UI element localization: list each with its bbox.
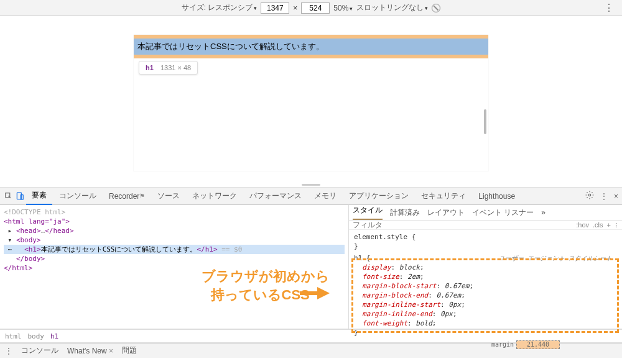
throttling-dropdown[interactable]: スロットリングなし	[356, 2, 428, 13]
subtab-styles[interactable]: スタイル	[353, 205, 383, 220]
device-toolbar: サイズ: レスポンシブ × 50% スロットリングなし ⋮	[0, 0, 622, 16]
dom-h1-line[interactable]: ⋯ <h1>本記事ではリセットCSSについて解説しています。</h1> == $…	[4, 245, 345, 254]
styles-filter-input[interactable]	[353, 221, 576, 229]
drawer-issues-tab[interactable]: 問題	[122, 345, 137, 356]
subtab-computed[interactable]: 計算済み	[390, 207, 420, 218]
drawer-more-icon[interactable]: ⋮	[5, 347, 12, 355]
tab-memory[interactable]: メモリ	[309, 188, 342, 205]
tab-elements[interactable]: 要素	[26, 188, 52, 205]
dom-doctype[interactable]: <!DOCTYPE html>	[4, 207, 345, 217]
styles-more-icon[interactable]: ⫶	[615, 221, 618, 229]
page-h1: 本記事ではリセットCSSについて解説しています。	[134, 35, 488, 58]
devtools-tabbar: 要素 コンソール Recorder ⚑ ソース ネットワーク パフォーマンス メ…	[0, 188, 622, 205]
rule-h1-open[interactable]: h1 {	[354, 254, 371, 262]
tab-recorder[interactable]: Recorder ⚑	[103, 188, 151, 205]
toolbar-more-icon[interactable]: ⋮	[604, 2, 615, 14]
close-icon[interactable]: ×	[614, 192, 618, 201]
rule-element-style[interactable]: element.style {	[354, 233, 415, 241]
styles-filter-row: :hov .cls + ⫶	[349, 221, 622, 230]
hov-toggle[interactable]: :hov	[576, 221, 589, 229]
subtab-listeners[interactable]: イベント リスナー	[472, 207, 534, 218]
dom-head[interactable]: ▸ <head>…</head>	[4, 226, 345, 235]
tab-network[interactable]: ネットワーク	[187, 188, 243, 205]
zoom-dropdown[interactable]: 50%	[333, 4, 353, 12]
element-tooltip: h1 1331 × 48	[139, 61, 198, 75]
scrollbar[interactable]	[484, 109, 486, 134]
more-icon[interactable]: ⋮	[600, 192, 608, 201]
drawer-console-tab[interactable]: コンソール	[21, 345, 58, 356]
preview-canvas: 本記事ではリセットCSSについて解説しています。 h1 1331 × 48	[134, 35, 488, 171]
tooltip-tag: h1	[146, 64, 154, 71]
gear-icon[interactable]	[585, 191, 594, 201]
viewport-preview: 本記事ではリセットCSSについて解説しています。 h1 1331 × 48	[0, 16, 622, 188]
svg-point-3	[588, 194, 591, 196]
dom-body-close[interactable]: </body>	[4, 254, 345, 263]
inspect-icon[interactable]	[4, 191, 14, 201]
tab-performance[interactable]: パフォーマンス	[244, 188, 307, 205]
arrow-icon	[317, 287, 330, 299]
new-rule-button[interactable]: +	[607, 221, 611, 229]
tab-lighthouse[interactable]: Lighthouse	[473, 188, 521, 205]
annotation-text: ブラウザが初めから 持っているCSS	[174, 267, 330, 304]
dimension-x: ×	[293, 4, 297, 12]
device-icon[interactable]	[15, 191, 25, 201]
tooltip-dimensions: 1331 × 48	[160, 64, 191, 71]
crumb-h1[interactable]: h1	[50, 332, 58, 340]
styles-panel: スタイル 計算済み レイアウト イベント リスナー » :hov .cls + …	[348, 205, 622, 329]
dom-html-open[interactable]: <html lang="ja">	[4, 217, 70, 225]
tab-sources[interactable]: ソース	[152, 188, 185, 205]
resize-handle[interactable]	[302, 184, 320, 186]
tab-application[interactable]: アプリケーション	[343, 188, 414, 205]
subtab-more[interactable]: »	[541, 208, 545, 217]
tab-console[interactable]: コンソール	[53, 188, 102, 205]
crumb-html[interactable]: html	[5, 332, 22, 340]
rotate-icon[interactable]	[432, 4, 440, 12]
height-input[interactable]	[301, 2, 330, 14]
cls-toggle[interactable]: .cls	[593, 221, 603, 229]
tab-security[interactable]: セキュリティ	[415, 188, 471, 205]
css-rules[interactable]: element.style { } h1 {ユーザー エージェント スタイルシー…	[349, 230, 622, 340]
width-input[interactable]	[261, 2, 289, 14]
ua-label: ユーザー エージェント スタイルシート	[499, 253, 612, 263]
subtab-layout[interactable]: レイアウト	[427, 207, 465, 218]
box-model-hint: margin21.440	[491, 340, 560, 349]
dom-body-open[interactable]: ▾ <body>	[4, 235, 345, 245]
crumb-body[interactable]: body	[28, 332, 45, 340]
styles-subtabs: スタイル 計算済み レイアウト イベント リスナー »	[349, 205, 622, 221]
responsive-dropdown[interactable]: サイズ: レスポンシブ	[182, 2, 258, 13]
drawer-whatsnew-tab[interactable]: What's New	[67, 347, 113, 355]
